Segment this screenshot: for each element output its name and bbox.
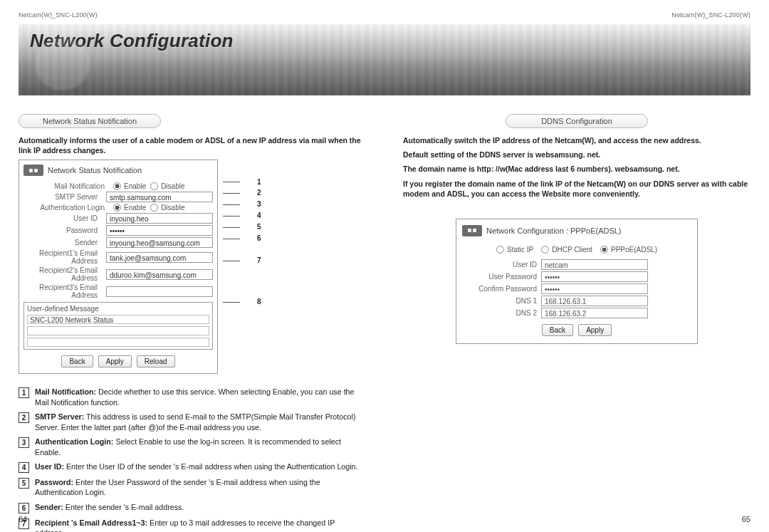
radio-dhcp[interactable]: DHCP Client: [541, 246, 592, 254]
intro-right-2: Default setting of the DDNS server is we…: [403, 150, 750, 160]
definition-text: User ID: Enter the User ID of the sender…: [35, 461, 358, 471]
field-r3[interactable]: [106, 286, 213, 297]
btn-reload[interactable]: Reload: [137, 355, 175, 367]
btn-back[interactable]: Back: [61, 355, 93, 367]
ddns-btn-apply[interactable]: Apply: [578, 324, 612, 336]
label-sender: Sender: [23, 239, 102, 246]
definition-item: 4User ID: Enter the User ID of the sende…: [19, 461, 366, 473]
user-msg-line-2[interactable]: [27, 326, 209, 335]
radio-mail-enable[interactable]: Enable: [113, 182, 146, 190]
ddns-panel: Network Configuration : PPPoE(ADSL) Stat…: [456, 219, 698, 344]
ddns-field-dns1[interactable]: 168.126.63.1: [541, 296, 648, 306]
label-r1: Recipient1's Email Address: [23, 249, 102, 265]
user-msg-header: User-defined Message: [27, 305, 209, 313]
radio-pppoe[interactable]: PPPoE(ADSL): [600, 246, 657, 254]
ddns-label-cpw: Confirm Password: [462, 285, 537, 293]
definition-number: 6: [19, 503, 29, 513]
ddns-field-cpw[interactable]: ••••••: [541, 283, 648, 294]
label-userid: User ID: [23, 214, 102, 222]
definition-text: Recipient 's Email Address1~3: Enter up …: [35, 518, 366, 532]
notification-panel: Network Status Notification Mail Notific…: [19, 160, 218, 374]
definition-text: SMTP Server: This address is used to sen…: [35, 412, 366, 432]
intro-right-4: If you register the domain name of the l…: [403, 179, 750, 199]
page-right: Netcam(W)_SNC-L200(W) DDNS Configuration…: [384, 0, 769, 532]
callout-3: 3: [257, 200, 261, 208]
page-header-right: Netcam(W)_SNC-L200(W): [403, 11, 750, 19]
label-r3: Recipient3's Email Address: [23, 283, 102, 299]
doc-id: Netcam(W)_SNC-L200(W): [19, 11, 98, 19]
definition-text: Mail Notification: Decide whether to use…: [35, 387, 366, 407]
callout-2: 2: [257, 189, 261, 197]
definition-number: 5: [19, 478, 29, 489]
btn-apply[interactable]: Apply: [98, 355, 132, 367]
definition-number: 4: [19, 462, 29, 473]
intro-right-3: The domain name is http: //w(Mac address…: [403, 164, 750, 174]
ddns-label-dns1: DNS 1: [462, 297, 537, 305]
ddns-label-pw: User Password: [462, 273, 537, 281]
label-auth: Authentication Login: [23, 204, 109, 212]
callout-1: 1: [257, 178, 261, 186]
page-number-left: 64: [19, 515, 27, 523]
definition-item: 1Mail Notification: Decide whether to us…: [19, 387, 366, 407]
callout-7: 7: [257, 256, 261, 264]
definition-item: 3Authentication Login: Select Enable to …: [19, 437, 366, 457]
field-userid[interactable]: inyoung.heo: [106, 213, 213, 224]
ddns-panel-title: Network Configuration : PPPoE(ADSL): [486, 226, 622, 235]
label-mail-notification: Mail Notification: [23, 182, 109, 190]
callout-4: 4: [257, 212, 261, 219]
definition-item: 5Password: Enter the User Password of th…: [19, 477, 366, 498]
definition-text: Authentication Login: Select Enable to u…: [35, 437, 366, 457]
definition-item: 6Sender: Enter the sender 's E-mail addr…: [19, 502, 366, 513]
panel-icon: [23, 165, 43, 176]
field-sender[interactable]: inyoung.heo@samsung.com: [106, 237, 213, 248]
ddns-field-userid[interactable]: netcam: [541, 259, 648, 270]
definition-number: 2: [19, 412, 29, 423]
definition-text: Sender: Enter the sender 's E-mail addre…: [35, 502, 184, 512]
definition-number: 1: [19, 387, 29, 398]
callout-8: 8: [257, 298, 261, 306]
ddns-label-dns2: DNS 2: [462, 309, 537, 317]
label-smtp: SMTP Server: [23, 193, 102, 201]
intro-left: Automatically informs the user of a cabl…: [19, 135, 366, 155]
user-msg-line-3[interactable]: [27, 338, 209, 347]
doc-id-right: Netcam(W)_SNC-L200(W): [671, 11, 750, 19]
definition-text: Password: Enter the User Password of the…: [35, 477, 366, 498]
definitions-list: 1Mail Notification: Decide whether to us…: [19, 387, 366, 532]
page-number-right: 65: [742, 515, 750, 523]
callout-6: 6: [257, 234, 261, 242]
user-msg-box: User-defined Message SNC-L200 Network St…: [23, 302, 213, 350]
user-msg-line-1[interactable]: SNC-L200 Network Status: [27, 315, 209, 324]
section-pill-right: DDNS Configuration: [506, 114, 648, 128]
label-r2: Recipient2's Email Address: [23, 266, 102, 282]
label-password: Password: [23, 226, 102, 234]
intro-right: Automatically switch the IP address of t…: [403, 135, 750, 199]
definition-item: 2SMTP Server: This address is used to se…: [19, 412, 366, 432]
page-left: Netcam(W)_SNC-L200(W) Network Status Not…: [0, 0, 384, 532]
ddns-btn-back[interactable]: Back: [542, 324, 573, 336]
radio-auth-enable[interactable]: Enable: [113, 204, 146, 212]
ddns-label-userid: User ID: [462, 261, 537, 268]
field-r2[interactable]: dduroo.kim@samsung.com: [106, 269, 213, 280]
ddns-panel-icon: [462, 225, 482, 236]
page-header-left: Netcam(W)_SNC-L200(W): [19, 11, 366, 19]
field-password[interactable]: ••••••: [106, 225, 213, 236]
intro-right-1: Automatically switch the IP address of t…: [403, 135, 750, 145]
field-smtp[interactable]: smtp.samsung.com: [106, 192, 213, 202]
radio-mail-disable[interactable]: Disable: [150, 182, 184, 190]
radio-auth-disable[interactable]: Disable: [150, 204, 184, 212]
ddns-field-dns2[interactable]: 168.126.63.2: [541, 308, 648, 318]
definition-item: 7Recipient 's Email Address1~3: Enter up…: [19, 518, 366, 532]
ddns-field-pw[interactable]: ••••••: [541, 271, 648, 282]
radio-static[interactable]: Static IP: [496, 246, 533, 254]
definition-number: 3: [19, 437, 29, 448]
field-r1[interactable]: tank.joe@samsung.com: [106, 252, 213, 263]
callout-5: 5: [257, 223, 261, 231]
panel-title: Network Status Notification: [48, 166, 142, 174]
section-pill-left: Network Status Notification: [19, 114, 161, 128]
